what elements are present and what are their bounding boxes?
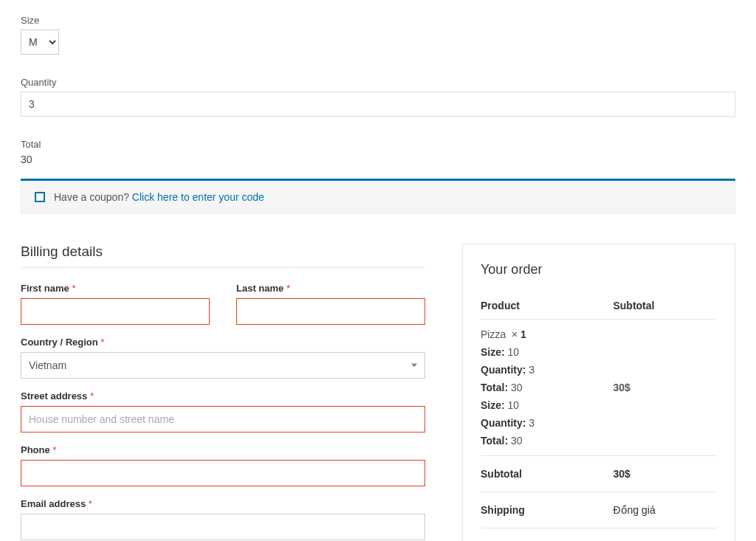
country-label: Country / Region * bbox=[21, 337, 425, 348]
total-label: Total bbox=[21, 139, 735, 150]
th-subtotal: Subtotal bbox=[613, 292, 717, 320]
country-value: Vietnam bbox=[29, 359, 66, 371]
th-product: Product bbox=[481, 292, 613, 320]
billing-divider bbox=[21, 267, 425, 268]
quantity-label: Quantity bbox=[21, 77, 735, 88]
order-line-item: Pizza × 1 bbox=[481, 320, 717, 344]
email-input[interactable] bbox=[21, 514, 425, 540]
order-summary-panel: Your order Product Subtotal Pizza × 1 Si bbox=[462, 244, 735, 541]
coupon-icon bbox=[35, 192, 45, 202]
size-label: Size bbox=[21, 15, 735, 26]
first-name-input[interactable] bbox=[21, 298, 210, 325]
country-select[interactable]: Vietnam bbox=[21, 352, 425, 379]
total-value: 30 bbox=[21, 154, 735, 165]
billing-title: Billing details bbox=[21, 244, 425, 260]
order-title: Your order bbox=[481, 262, 717, 278]
coupon-link[interactable]: Click here to enter your code bbox=[132, 191, 264, 203]
size-select[interactable]: M bbox=[21, 30, 59, 55]
email-label: Email address * bbox=[21, 498, 425, 509]
chevron-down-icon bbox=[411, 364, 417, 368]
order-table: Product Subtotal Pizza × 1 Size: 10 Quan… bbox=[481, 292, 717, 541]
order-shipping-row: Shipping Đồng giá bbox=[481, 492, 717, 528]
street-label: Street address * bbox=[21, 390, 425, 402]
phone-label: Phone * bbox=[21, 444, 425, 455]
quantity-input[interactable] bbox=[21, 92, 735, 117]
order-total-row: Total 30$ bbox=[481, 528, 717, 542]
street-input[interactable] bbox=[21, 406, 425, 433]
phone-input[interactable] bbox=[21, 460, 425, 486]
last-name-label: Last name * bbox=[236, 283, 425, 294]
coupon-bar: Have a coupon? Click here to enter your … bbox=[21, 181, 735, 214]
first-name-label: First name * bbox=[21, 283, 210, 294]
order-subtotal-row: Subtotal 30$ bbox=[481, 456, 717, 492]
coupon-prompt: Have a coupon? bbox=[54, 191, 129, 203]
last-name-input[interactable] bbox=[236, 298, 425, 325]
